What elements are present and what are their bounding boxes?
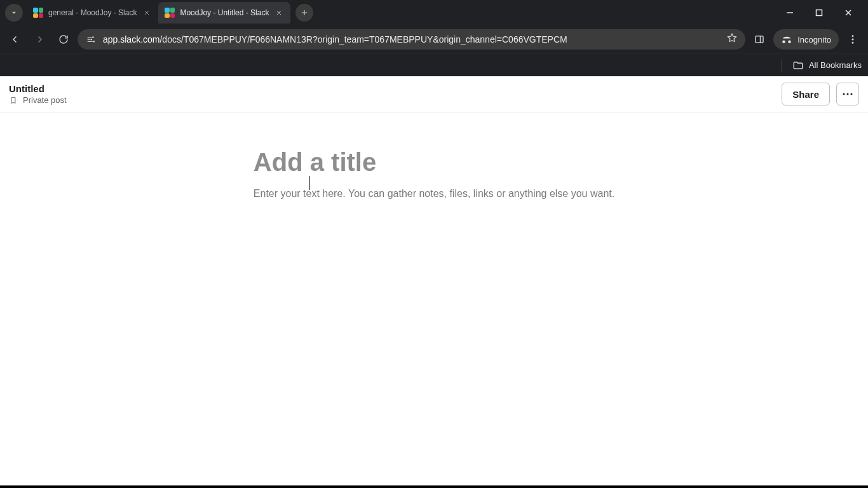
new-tab-button[interactable] xyxy=(295,4,313,22)
address-bar[interactable]: app.slack.com/docs/T067MEBPPUY/F066NAMN1… xyxy=(78,29,745,50)
star-icon xyxy=(726,32,738,44)
plus-icon xyxy=(300,8,309,17)
window-close-button[interactable] xyxy=(834,0,863,25)
close-icon xyxy=(275,9,283,17)
svg-point-5 xyxy=(852,36,853,37)
browser-tab-untitled[interactable]: MoodJoy - Untitled - Slack xyxy=(158,2,290,24)
tab-title: MoodJoy - Untitled - Slack xyxy=(180,8,269,17)
window-minimize-button[interactable] xyxy=(775,0,804,25)
doc-privacy-label: Private post xyxy=(23,95,67,105)
doc-header-right: Share xyxy=(782,83,859,105)
ellipsis-icon xyxy=(842,92,853,96)
svg-point-7 xyxy=(852,42,853,43)
doc-header-left: Untitled Private post xyxy=(9,83,67,105)
svg-point-1 xyxy=(92,36,94,38)
tab-close-button[interactable] xyxy=(142,8,152,18)
panel-icon xyxy=(754,34,765,45)
address-host: app.slack.com xyxy=(103,34,159,44)
browser-tab-general[interactable]: general - MoodJoy - Slack xyxy=(27,2,158,24)
svg-rect-0 xyxy=(817,10,822,16)
site-info-button[interactable] xyxy=(85,34,97,45)
address-path: /docs/T067MEBPPUY/F066NAMN13R?origin_tea… xyxy=(159,34,567,44)
page-content: Untitled Private post Share Add a title … xyxy=(0,76,868,488)
share-button[interactable]: Share xyxy=(782,83,830,105)
browser-chrome: general - MoodJoy - Slack MoodJoy - Unti… xyxy=(0,0,868,76)
reload-icon xyxy=(58,34,69,45)
bookmark-icon xyxy=(9,95,18,105)
doc-header: Untitled Private post Share xyxy=(0,76,868,112)
editor: Add a title Enter your text here. You ca… xyxy=(238,148,630,200)
arrow-right-icon xyxy=(34,34,45,45)
svg-point-3 xyxy=(93,41,95,43)
divider xyxy=(782,59,782,72)
tab-title: general - MoodJoy - Slack xyxy=(48,8,137,17)
nav-reload-button[interactable] xyxy=(53,29,74,50)
browser-toolbar: app.slack.com/docs/T067MEBPPUY/F066NAMN1… xyxy=(0,25,868,53)
doc-privacy[interactable]: Private post xyxy=(9,95,67,105)
nav-back-button[interactable] xyxy=(5,29,25,50)
chevron-down-icon xyxy=(10,8,18,17)
tab-strip: general - MoodJoy - Slack MoodJoy - Unti… xyxy=(0,0,868,25)
window-controls xyxy=(775,0,863,25)
side-panel-button[interactable] xyxy=(749,29,770,50)
doc-title: Untitled xyxy=(9,83,67,94)
tab-close-button[interactable] xyxy=(274,8,284,18)
body-input[interactable]: Enter your text here. You can gather not… xyxy=(254,188,614,200)
more-actions-button[interactable] xyxy=(836,83,859,105)
incognito-indicator[interactable]: Incognito xyxy=(773,29,839,50)
svg-rect-4 xyxy=(756,36,763,43)
kebab-icon xyxy=(847,34,858,45)
incognito-label: Incognito xyxy=(797,35,831,44)
svg-point-9 xyxy=(847,93,849,95)
slack-favicon-icon xyxy=(165,8,175,18)
title-input[interactable]: Add a title xyxy=(254,148,614,177)
svg-point-8 xyxy=(843,93,845,95)
bookmarks-bar: All Bookmarks xyxy=(0,53,868,76)
svg-point-2 xyxy=(90,39,92,41)
svg-point-6 xyxy=(852,39,853,40)
os-taskbar xyxy=(0,485,868,488)
all-bookmarks-button[interactable]: All Bookmarks xyxy=(792,60,862,71)
slack-favicon-icon xyxy=(33,8,43,18)
incognito-icon xyxy=(781,34,792,45)
close-icon xyxy=(844,9,852,17)
minimize-icon xyxy=(786,9,794,17)
svg-point-10 xyxy=(851,93,853,95)
text-caret xyxy=(309,176,310,190)
tab-search-button[interactable] xyxy=(5,4,23,22)
folder-icon xyxy=(792,60,804,71)
all-bookmarks-label: All Bookmarks xyxy=(809,60,862,70)
tune-icon xyxy=(86,34,96,44)
browser-menu-button[interactable] xyxy=(843,29,863,50)
nav-forward-button[interactable] xyxy=(29,29,50,50)
address-url: app.slack.com/docs/T067MEBPPUY/F066NAMN1… xyxy=(103,34,567,44)
close-icon xyxy=(143,9,151,17)
maximize-icon xyxy=(815,9,823,17)
toolbar-right: Incognito xyxy=(749,29,863,50)
arrow-left-icon xyxy=(10,34,21,45)
bookmark-star-button[interactable] xyxy=(726,32,738,46)
window-maximize-button[interactable] xyxy=(804,0,834,25)
